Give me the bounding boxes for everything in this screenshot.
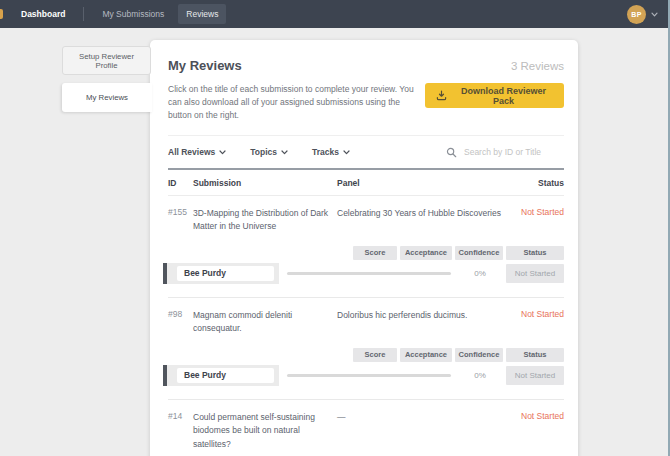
- nav-item-reviews[interactable]: Reviews: [178, 4, 226, 24]
- reviewer-row: Bee Purdy 0% Not Started: [163, 365, 564, 386]
- reviewer-accent-bar: [163, 365, 167, 386]
- column-header-status: Status: [538, 178, 564, 188]
- sidebar-item-setup-reviewer-profile[interactable]: Setup Reviewer Profile: [62, 46, 151, 75]
- column-header-id: ID: [168, 178, 193, 188]
- download-reviewer-pack-button[interactable]: Download Reviewer Pack: [425, 83, 564, 108]
- main-nav: Dashboard My Submissions Reviews: [21, 0, 226, 28]
- chevron-down-icon: [281, 150, 288, 155]
- table-row: #14 Could permanent self-sustaining biod…: [168, 400, 564, 456]
- reviewer-status-badge: Not Started: [506, 264, 564, 283]
- criteria-acceptance: Acceptance: [400, 246, 452, 260]
- submission-title-link[interactable]: Magnam commodi deleniti consequatur.: [193, 309, 337, 336]
- search-box[interactable]: [446, 147, 564, 158]
- chevron-down-icon: [343, 150, 350, 155]
- filter-label: Tracks: [312, 147, 339, 157]
- table-header-row: ID Submission Panel Status: [168, 170, 564, 196]
- submission-id: #155: [168, 207, 193, 217]
- page-body: Setup Reviewer Profile My Reviews My Rev…: [0, 28, 670, 456]
- column-header-panel: Panel: [337, 178, 538, 188]
- submission-panel: Celebrating 30 Years of Hubble Discoveri…: [337, 207, 521, 221]
- description-text: Click on the title of each submission to…: [168, 83, 425, 123]
- review-count: 3 Reviews: [511, 60, 564, 72]
- status-badge: Not Started: [521, 411, 564, 421]
- review-criteria-header: Score Acceptance Confidence Status: [168, 348, 564, 362]
- filter-topics[interactable]: Topics: [250, 147, 288, 157]
- criteria-confidence: Confidence: [455, 348, 503, 362]
- filter-tracks[interactable]: Tracks: [312, 147, 350, 157]
- chevron-down-icon[interactable]: [651, 11, 658, 18]
- chevron-down-icon: [219, 150, 226, 155]
- filter-label: All Reviews: [168, 147, 215, 157]
- status-badge: Not Started: [521, 309, 564, 319]
- filter-label: Topics: [250, 147, 277, 157]
- criteria-status: Status: [506, 246, 564, 260]
- filter-all-reviews[interactable]: All Reviews: [168, 147, 226, 157]
- download-icon: [436, 90, 447, 101]
- search-icon: [446, 147, 457, 158]
- download-button-label: Download Reviewer Pack: [454, 86, 553, 106]
- submission-id: #98: [168, 309, 193, 319]
- my-reviews-card: My Reviews 3 Reviews Click on the title …: [150, 40, 578, 456]
- review-criteria-header: Score Acceptance Confidence Status: [168, 246, 564, 260]
- criteria-status: Status: [506, 348, 564, 362]
- submission-id: #14: [168, 411, 193, 421]
- criteria-confidence: Confidence: [455, 246, 503, 260]
- brand-logo-partial: [0, 9, 3, 19]
- submission-title-link[interactable]: 3D-Mapping the Distribution of Dark Matt…: [193, 207, 337, 234]
- nav-divider: [83, 7, 84, 21]
- status-badge: Not Started: [521, 207, 564, 217]
- progress-percentage: 0%: [457, 269, 503, 278]
- top-navigation-bar: Dashboard My Submissions Reviews BP: [0, 0, 670, 28]
- sidebar: Setup Reviewer Profile My Reviews: [62, 46, 151, 120]
- reviewer-accent-bar: [163, 263, 167, 284]
- table-row: #98 Magnam commodi deleniti consequatur.…: [168, 298, 564, 400]
- progress-percentage: 0%: [457, 371, 503, 380]
- criteria-acceptance: Acceptance: [400, 348, 452, 362]
- filters-row: All Reviews Topics Tracks: [168, 136, 564, 168]
- avatar[interactable]: BP: [627, 5, 646, 24]
- column-header-submission: Submission: [193, 178, 337, 188]
- criteria-score: Score: [353, 348, 397, 362]
- submission-title-link[interactable]: Could permanent self-sustaining biodomes…: [193, 411, 337, 452]
- search-input[interactable]: [464, 147, 564, 157]
- reviewer-name: Bee Purdy: [177, 266, 274, 281]
- submission-panel: Doloribus hic perferendis ducimus.: [337, 309, 521, 323]
- reviewer-name: Bee Purdy: [177, 368, 274, 383]
- table-row: #155 3D-Mapping the Distribution of Dark…: [168, 196, 564, 298]
- sidebar-item-my-reviews[interactable]: My Reviews: [62, 83, 152, 112]
- reviewer-status-badge: Not Started: [506, 366, 564, 385]
- progress-bar: [287, 272, 451, 275]
- progress-bar: [287, 374, 451, 377]
- nav-item-my-submissions[interactable]: My Submissions: [94, 4, 172, 24]
- page-title: My Reviews: [168, 58, 242, 73]
- reviewer-row: Bee Purdy 0% Not Started: [163, 263, 564, 284]
- user-menu[interactable]: BP: [627, 5, 658, 24]
- criteria-score: Score: [353, 246, 397, 260]
- submission-panel: —: [337, 411, 521, 425]
- nav-item-dashboard[interactable]: Dashboard: [21, 4, 73, 24]
